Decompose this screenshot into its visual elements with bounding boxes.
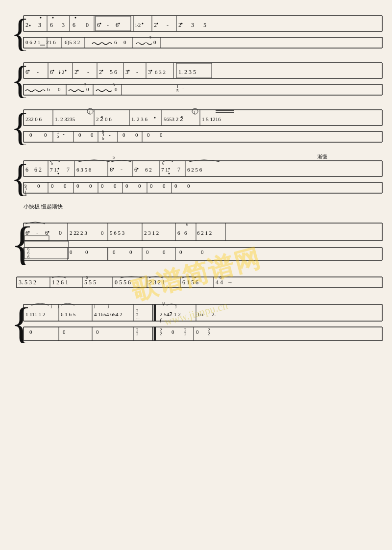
s4-u3-super: 6 [51, 161, 53, 166]
system1-svg: { 2 3 6 3 [10, 11, 383, 51]
s5-l2: 0 [85, 249, 88, 255]
note-upper-1-7: 6 [97, 22, 100, 28]
note-upper-1-6: 0 [86, 22, 89, 28]
s2-l5: - [182, 85, 184, 91]
svg-point-93 [137, 168, 139, 170]
s6-5: 2 3 2 1 [149, 279, 165, 286]
note-lower-2: 2 [46, 39, 49, 45]
note-upper-1-5: 6 [73, 22, 75, 28]
note-upper-1-11: 2 [154, 22, 157, 28]
s7-u1: 1 111 1 2 [25, 311, 45, 317]
s5-l6: 0 [163, 249, 166, 255]
svg-point-19 [142, 23, 144, 25]
svg-point-17 [119, 23, 120, 25]
staff-system-6: 3. 5 3 2 1 2 6 1 6 5 5 5 0 5 5 6 2 3 2 1… [10, 272, 382, 290]
music-sheet-page: 歌谱简谱网 www.jianpu.cn { 2 3 [0, 0, 392, 550]
note-upper-1-4: 3 [62, 22, 65, 28]
s3-u6: 1 5 1216 [202, 116, 221, 122]
s4-u3: 7 1. [50, 167, 58, 173]
s7-u5: 6 i [198, 311, 203, 317]
s5-u3: 6 [45, 229, 48, 236]
s4-u11: 7 [177, 166, 180, 173]
svg-point-43 [77, 70, 79, 72]
s5-l8: 0 [201, 249, 204, 255]
s3-l2: 0 [44, 132, 47, 138]
s5-u11: 6 2 1 2 [197, 230, 212, 236]
s4-u2: 6 2 [34, 166, 42, 173]
s5-l7: 0 [179, 249, 182, 255]
s4-u10: 7 1. [161, 167, 170, 173]
s3-u3: 2 2̊ 0 6 [96, 116, 112, 122]
s3-l9: 0 [147, 132, 150, 138]
s2-u3: 6 [50, 69, 53, 75]
s4-l8: 0 [125, 183, 128, 189]
s7-grace3: j [94, 304, 95, 308]
s3-l4: 0 [78, 132, 81, 138]
s3-chord2c: 6 [102, 136, 104, 141]
s7-u6: 2. [212, 311, 216, 317]
system7-svg: { j j 1 111 1 2 6 1 6 5 j j 4 1654 654 2 [10, 297, 383, 343]
staff-system-1: { 2 3 6 3 [10, 11, 382, 51]
s2-u12: 6 3 2 [155, 69, 166, 75]
s6-4: 0 5 5 6 [115, 279, 131, 286]
svg-point-40 [53, 70, 54, 72]
s4-u5: 6 3 5 6 [76, 167, 92, 173]
s2-l3: 0 [86, 86, 89, 92]
staff-system-7: { j j 1 111 1 2 6 1 6 5 j j 4 1654 654 2 [10, 297, 382, 343]
s3-u2: 1. 2 3235 [55, 116, 75, 122]
s2-u9: 3 [125, 69, 128, 75]
s4-u1: 6 [25, 166, 28, 173]
s2-chord2: 5 [176, 88, 179, 93]
svg-point-49 [151, 70, 152, 72]
s3-l10: 0 [160, 132, 163, 138]
system5-svg: { 6 - 6 6 6 6 0 [10, 211, 383, 265]
s7-l-chord2: 2 [136, 331, 139, 336]
staff-system-5: 小快板 慢起渐快 { 6 - 6 6 6 6 [10, 203, 382, 265]
s5-box-bot: 6 [27, 255, 29, 259]
s4-u4: 7 [67, 166, 70, 173]
tempo-mark-5: 小快板 慢起渐快 [24, 203, 382, 210]
s3-circle2: 1 [194, 110, 196, 115]
system6-svg: 3. 5 3 2 1 2 6 1 6 5 5 5 0 5 5 6 2 3 2 1… [10, 272, 383, 290]
s5-u1: 6 [25, 229, 28, 236]
svg-point-96 [169, 173, 170, 175]
system2-svg: { 6 - 6 i·2 2 - 2 5 6 [10, 58, 383, 98]
s7-grace1: j [50, 304, 52, 308]
s4-l12: 0 [174, 183, 177, 189]
s5-u2: - [36, 229, 38, 236]
note-lower-7: 0 [153, 39, 156, 45]
svg-point-38 [28, 70, 30, 72]
note-upper-1-8: - [107, 22, 109, 28]
staff-system-3: { 232 0 6 1. 2 3235 1 2 2̊ 0 6 1. 2 3 6 … [10, 105, 382, 145]
note-upper-1-15: 5 [203, 22, 206, 28]
svg-point-9 [40, 17, 42, 19]
svg-point-67 [154, 117, 156, 119]
s6-7: 4 4 [216, 279, 223, 286]
note-lower-1: 0 6 2 1 [25, 39, 40, 45]
s6-6: 6 1 5 6 [182, 279, 198, 286]
note-lower-4: 6)5 3 2 [65, 39, 80, 46]
s5-l5: 0 [146, 249, 149, 255]
s2-l2: 0 [58, 86, 61, 92]
s7-l6: 0 [172, 329, 174, 335]
note-upper-1-3: 6 [50, 22, 53, 28]
s5-u8: 2 3 1 2 [144, 230, 159, 236]
s5-u5: 2 22 2 3 [70, 230, 87, 236]
s3-u4: 1. 2 3 6 [131, 116, 148, 122]
s7-l2: 0 [63, 329, 66, 335]
s7-u4: 2 542̂ 1 2 [160, 311, 181, 317]
note-lower-super: 2 [149, 36, 151, 40]
s2-u13: 1. 2 3 5 [178, 69, 196, 75]
s2-u2: - [37, 69, 39, 75]
s5-l4: 0 [129, 249, 132, 255]
svg-point-13 [75, 17, 76, 19]
s3-l3: - [63, 131, 65, 137]
s4-l7: 0 [114, 183, 117, 189]
note-upper-1-14: 3 [191, 22, 194, 28]
svg-point-23 [181, 23, 183, 25]
s3-u5: 5653 2 2̊ [164, 116, 183, 122]
s5-u7: 5 6 5 3 [110, 230, 125, 236]
s2-u4: i·2 [59, 69, 64, 75]
s6-arrow: → [227, 279, 233, 285]
s4-l13: 0 [187, 183, 190, 189]
